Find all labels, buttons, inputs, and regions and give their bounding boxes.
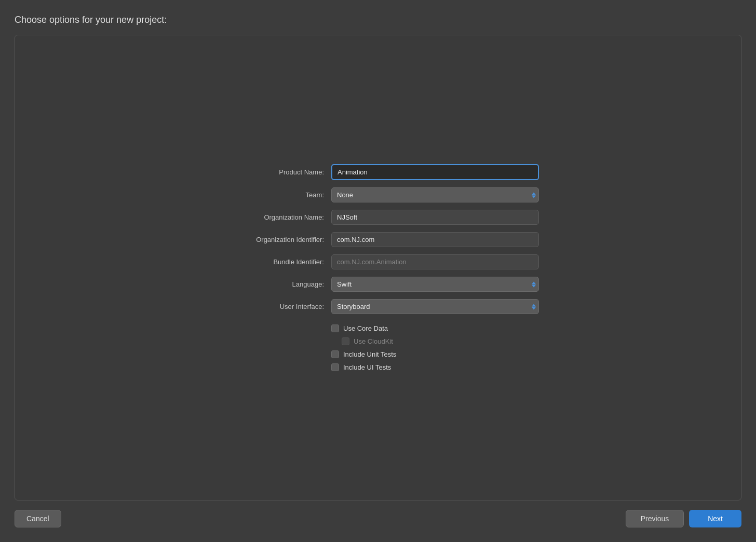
language-label: Language: [217,280,331,288]
language-select[interactable]: Swift Objective-C [331,277,539,292]
org-id-label: Organization Identifier: [217,236,331,243]
bundle-id-label: Bundle Identifier: [217,258,331,266]
ui-control: Storyboard SwiftUI [331,299,539,314]
bundle-id-control [331,254,539,269]
checkboxes-group: Use Core Data Use CloudKit Include Unit … [331,324,539,371]
team-control: None Add Account... [331,187,539,202]
previous-button[interactable]: Previous [626,510,684,527]
main-panel: Product Name: Team: None Add Account... … [15,35,741,500]
include-ui-tests-row: Include UI Tests [331,363,539,371]
team-row: Team: None Add Account... [217,187,539,202]
org-name-row: Organization Name: [217,210,539,225]
use-cloudkit-row: Use CloudKit [342,337,539,345]
bundle-id-input [331,254,539,269]
org-name-label: Organization Name: [217,213,331,221]
use-core-data-checkbox[interactable] [331,324,339,332]
team-label: Team: [217,191,331,199]
include-ui-tests-label: Include UI Tests [343,363,391,371]
use-cloudkit-label: Use CloudKit [354,337,393,345]
cancel-button[interactable]: Cancel [15,510,61,527]
org-id-row: Organization Identifier: [217,232,539,247]
include-unit-tests-label: Include Unit Tests [343,350,396,358]
next-button[interactable]: Next [689,510,741,527]
ui-row: User Interface: Storyboard SwiftUI [217,299,539,314]
include-unit-tests-checkbox[interactable] [331,350,339,358]
language-control: Swift Objective-C [331,277,539,292]
product-name-input[interactable] [331,164,539,180]
team-select[interactable]: None Add Account... [331,187,539,202]
use-core-data-row: Use Core Data [331,324,539,332]
org-id-control [331,232,539,247]
page-title: Choose options for your new project: [15,15,167,25]
product-name-row: Product Name: [217,164,539,180]
include-ui-tests-checkbox[interactable] [331,363,339,371]
include-unit-tests-row: Include Unit Tests [331,350,539,358]
product-name-control [331,164,539,180]
product-name-label: Product Name: [217,168,331,176]
ui-select[interactable]: Storyboard SwiftUI [331,299,539,314]
language-row: Language: Swift Objective-C [217,277,539,292]
org-name-control [331,210,539,225]
form-container: Product Name: Team: None Add Account... … [217,164,539,371]
use-core-data-label: Use Core Data [343,324,388,332]
use-cloudkit-checkbox [342,337,349,345]
bottom-bar: Cancel Previous Next [15,510,741,527]
org-name-input[interactable] [331,210,539,225]
bundle-id-row: Bundle Identifier: [217,254,539,269]
ui-label: User Interface: [217,303,331,310]
right-buttons: Previous Next [626,510,741,527]
org-id-input[interactable] [331,232,539,247]
